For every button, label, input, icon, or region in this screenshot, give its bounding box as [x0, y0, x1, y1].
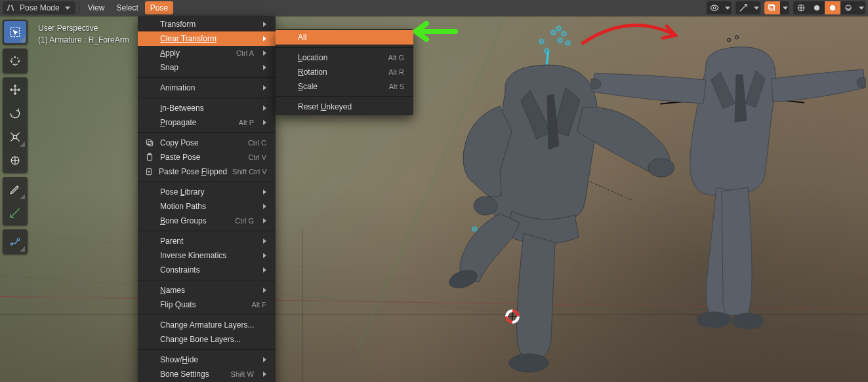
menu-item-shortcut: Ctrl G [235, 217, 254, 225]
shading-material-button[interactable] [825, 1, 840, 14]
menu-item-names[interactable]: Names [138, 283, 276, 297]
svg-point-5 [857, 77, 866, 88]
menu-item-motion-paths[interactable]: Motion Paths [138, 199, 276, 214]
menu-item-pose-library[interactable]: Pose Library [138, 185, 276, 199]
svg-point-6 [697, 312, 731, 328]
tool-cursor[interactable] [4, 50, 26, 72]
submenu-item-rotation[interactable]: Rotation Alt R [276, 65, 413, 79]
svg-rect-22 [148, 142, 153, 146]
menu-item-show-hide[interactable]: Show/Hide [138, 353, 276, 367]
menu-item-label: Constraints [160, 265, 254, 275]
submenu-arrow-icon [263, 218, 266, 223]
shading-group [793, 1, 865, 14]
tool-scale[interactable] [4, 126, 26, 148]
menu-item-shortcut: Shift W [231, 370, 254, 378]
menu-select[interactable]: Select [112, 1, 144, 14]
menu-item-change-bone-layers[interactable]: Change Bone Layers... [138, 332, 276, 347]
grid-line [302, 229, 302, 382]
submenu-item-location[interactable]: Location Alt G [276, 50, 413, 65]
menu-view-label: View [88, 3, 105, 12]
menu-separator [138, 280, 276, 280]
menu-pose[interactable]: Pose [145, 1, 173, 14]
svg-point-7 [732, 313, 764, 329]
menu-item-bone-groups[interactable]: Bone Groups Ctrl G [138, 214, 276, 228]
viewport-3d[interactable] [0, 0, 868, 382]
toggle-xray-button[interactable] [764, 1, 780, 14]
svg-point-0 [474, 197, 497, 215]
submenu-arrow-icon [263, 50, 266, 56]
shading-wire-button[interactable] [793, 1, 809, 14]
chevron-down-icon[interactable] [780, 1, 789, 14]
header-right-tools [707, 1, 865, 14]
menu-select-label: Select [117, 3, 138, 12]
menu-item-label: Location [298, 53, 383, 62]
mode-selector-label: Pose Mode [20, 3, 60, 12]
menu-item-label: All [298, 33, 404, 42]
shading-rendered-button[interactable] [840, 1, 856, 14]
svg-point-20 [10, 243, 12, 245]
tool-transform[interactable] [4, 149, 26, 172]
svg-point-17 [11, 57, 19, 65]
tool-move[interactable] [4, 79, 26, 101]
submenu-arrow-icon [263, 267, 266, 273]
menu-separator [138, 315, 276, 315]
show-gizmo-button[interactable] [707, 1, 722, 14]
submenu-arrow-icon [263, 105, 266, 111]
submenu-arrow-icon [263, 65, 266, 70]
menu-item-paste-pose-flipped[interactable]: Paste Pose Flipped Shift Ctrl V [138, 164, 276, 179]
submenu-item-reset-unkeyed[interactable]: Reset Unkeyed [276, 100, 413, 114]
menu-item-label: Reset Unkeyed [298, 102, 404, 111]
svg-rect-18 [14, 136, 17, 139]
shading-solid-button[interactable] [809, 1, 825, 14]
menu-item-flip-quats[interactable]: Flip Quats Alt F [138, 297, 276, 312]
menu-item-transform[interactable]: Transform [138, 17, 276, 31]
menu-item-ik[interactable]: Inverse Kinematics [138, 248, 276, 263]
menu-item-constraints[interactable]: Constraints [138, 263, 276, 277]
mode-selector[interactable]: Pose Mode [3, 1, 75, 14]
tool-annotate[interactable] [4, 178, 26, 201]
menu-item-shortcut: Alt G [388, 54, 404, 62]
menu-pose-label: Pose [150, 3, 168, 12]
tool-select-box[interactable] [4, 21, 26, 43]
menu-item-clear-transform[interactable]: Clear Transform [138, 31, 276, 46]
menu-separator [138, 349, 276, 350]
menu-item-paste-pose[interactable]: Paste Pose Ctrl V [138, 150, 276, 164]
menu-item-in-betweens[interactable]: In-Betweens [138, 101, 276, 115]
show-overlays-button[interactable] [735, 1, 751, 14]
chevron-down-icon[interactable] [722, 1, 732, 14]
menu-item-propagate[interactable]: Propagate Alt P [138, 115, 276, 130]
menu-item-shortcut: Ctrl V [249, 153, 267, 161]
tool-measure[interactable] [4, 202, 26, 224]
menu-item-snap[interactable]: Snap [138, 60, 276, 75]
menu-item-label: Propagate [160, 118, 234, 127]
svg-point-4 [590, 79, 601, 89]
character-tpose[interactable] [590, 33, 866, 360]
menu-item-bone-settings[interactable]: Bone Settings Shift W [138, 367, 276, 381]
clear-transform-submenu: All Location Alt G Rotation Alt R Scale … [276, 29, 413, 115]
menu-item-label: Flip Quats [160, 300, 246, 309]
menu-separator [138, 132, 276, 133]
tool-rotate[interactable] [4, 102, 26, 124]
tool-breakdowner[interactable] [4, 231, 26, 253]
menu-item-apply[interactable]: Apply Ctrl A [138, 46, 276, 60]
menu-item-shortcut: Alt S [389, 83, 404, 90]
menu-item-parent[interactable]: Parent [138, 234, 276, 248]
cursor-3d [505, 309, 520, 324]
menu-item-label: Transform [160, 20, 254, 29]
pose-menu-dropdown: Transform Clear Transform Apply Ctrl A S… [138, 16, 276, 382]
header-bar: Pose Mode View Select Pose [0, 0, 868, 16]
chevron-down-icon[interactable] [751, 1, 760, 14]
submenu-item-all[interactable]: All [276, 30, 413, 45]
menu-item-shortcut: Ctrl C [248, 139, 266, 147]
menu-item-animation[interactable]: Animation [138, 81, 276, 95]
selectability-visibility-group [707, 1, 732, 14]
menu-item-change-armature-layers[interactable]: Change Armature Layers... [138, 318, 276, 332]
menu-view[interactable]: View [83, 1, 110, 14]
armature-icon [7, 3, 16, 12]
menu-item-copy-pose[interactable]: Copy Pose Ctrl C [138, 136, 276, 150]
submenu-item-scale[interactable]: Scale Alt S [276, 79, 413, 94]
chevron-down-icon[interactable] [856, 1, 865, 14]
submenu-arrow-icon [263, 22, 266, 27]
info-line-2: (1) Armature : R_ForeArm [38, 34, 129, 46]
menu-item-label: Change Armature Layers... [160, 320, 266, 330]
